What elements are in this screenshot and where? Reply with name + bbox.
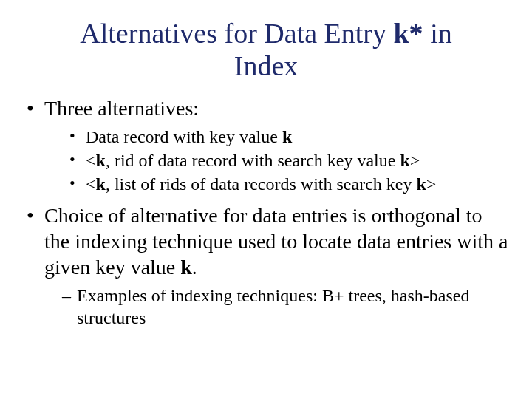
bullet-bold: k: [96, 151, 106, 170]
bullet-bold: k: [282, 127, 292, 146]
bullet-bold: k: [400, 151, 409, 170]
title-text-bold: k*: [393, 18, 423, 49]
bullet-item: Examples of indexing techniques: B+ tree…: [62, 284, 511, 329]
bullet-text: , rid of data record with search key val…: [106, 151, 400, 170]
bullet-bold: k: [96, 174, 106, 194]
bullet-bold: k: [416, 174, 426, 194]
bullet-text: Three alternatives:: [44, 97, 199, 120]
bullet-text: Data record with key value: [86, 127, 282, 146]
bullet-item: <k, list of rids of data records with se…: [69, 173, 511, 195]
bullet-item: Three alternatives: Data record with key…: [27, 95, 511, 195]
bullet-text: <: [86, 151, 96, 170]
slide: Alternatives for Data Entry k* in Index …: [0, 0, 532, 399]
bullet-bold: k: [180, 256, 192, 279]
bullet-text: <: [86, 174, 96, 194]
bullet-text: >: [410, 151, 420, 170]
bullet-text: Examples of indexing techniques: B+ tree…: [77, 286, 469, 327]
bullet-list-level2: Data record with key value k <k, rid of …: [69, 126, 511, 195]
bullet-item: <k, rid of data record with search key v…: [69, 149, 511, 171]
bullet-text: Choice of alternative for data entries i…: [44, 204, 508, 279]
bullet-item: Data record with key value k: [69, 126, 511, 148]
bullet-list-level1: Three alternatives: Data record with key…: [27, 95, 511, 329]
title-text-pre: Alternatives for Data Entry: [80, 18, 393, 49]
bullet-text: .: [192, 256, 197, 279]
slide-title: Alternatives for Data Entry k* in Index: [50, 18, 482, 82]
bullet-item: Choice of alternative for data entries i…: [27, 202, 511, 329]
bullet-list-level3: Examples of indexing techniques: B+ tree…: [62, 284, 511, 329]
bullet-text: , list of rids of data records with sear…: [106, 174, 417, 194]
bullet-text: >: [426, 174, 437, 194]
